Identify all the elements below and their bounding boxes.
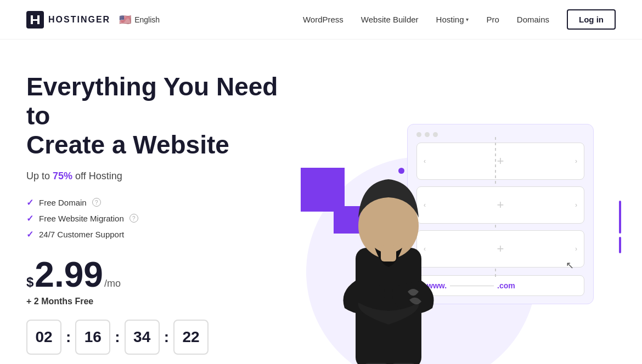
info-icon-2[interactable]: ? [129,214,138,223]
browser-dot-2 [425,132,430,137]
check-icon-2: ✓ [26,213,33,224]
svg-rect-4 [381,245,396,261]
countdown-ms: 22 [173,320,209,355]
login-button[interactable]: Log in [567,9,616,30]
seconds-value: 34 [133,328,150,346]
side-bar-2 [619,237,621,253]
nav-hosting-label: Hosting [436,15,464,24]
countdown-seconds: 34 [125,320,160,355]
cursor-icon: ↖ [566,259,574,271]
language-label: English [134,15,160,24]
check-icon-3: ✓ [26,229,33,240]
price-bonus: + 2 Months Free [26,297,290,306]
hero-section: Everything You Need to Create a Website … [0,39,642,364]
card2-plus: + [497,198,504,212]
logo[interactable]: HOSTINGER [26,11,110,29]
ms-value: 22 [182,328,199,346]
subtitle-suffix: off Hosting [72,170,122,181]
features-list: ✓ Free Domain ? ✓ Free Website Migration… [26,197,290,240]
browser-dot-3 [433,132,438,137]
nav-pro[interactable]: Pro [486,15,499,24]
card1-arrow-right: › [575,157,577,165]
nav-left: HOSTINGER 🇺🇸 English [26,11,160,29]
hero-content: Everything You Need to Create a Website … [26,72,290,364]
logo-icon [26,11,44,29]
info-icon-1[interactable]: ? [92,198,101,207]
countdown-timer: 02 : 16 : 34 : 22 [26,320,290,355]
subtitle-percent: 75% [53,170,72,181]
nav-wordpress[interactable]: WordPress [303,15,343,24]
countdown-minutes: 16 [75,320,110,355]
card3-arrow-right: › [575,245,577,253]
card3-plus: + [497,242,504,256]
language-selector[interactable]: 🇺🇸 English [119,14,160,26]
hero-title: Everything You Need to Create a Website [26,72,290,160]
person-svg [312,138,465,364]
countdown-sep-3: : [164,328,169,346]
side-bar-1 [619,201,621,234]
countdown-sep-1: : [66,328,71,346]
feature-support: ✓ 24/7 Customer Support [26,229,290,240]
nav-hosting[interactable]: Hosting ▾ [436,15,469,24]
price-block: $ 2.99 /mo [26,257,290,292]
nav-domains[interactable]: Domains [517,15,549,24]
price-mo: /mo [104,278,121,289]
feature-label-1: Free Domain [39,198,87,207]
card1-plus: + [497,154,504,168]
navbar: HOSTINGER 🇺🇸 English WordPress Website B… [0,0,642,39]
check-icon-1: ✓ [26,197,33,208]
countdown-hours: 02 [26,320,61,355]
feature-label-3: 24/7 Customer Support [39,230,124,239]
person-image [312,138,465,364]
browser-dot-1 [416,132,421,137]
feature-migration: ✓ Free Website Migration ? [26,213,290,224]
feature-free-domain: ✓ Free Domain ? [26,197,290,208]
hero-illustration: ‹ + › ‹ + › ‹ + › [290,102,616,364]
nav-right: WordPress Website Builder Hosting ▾ Pro … [303,9,616,30]
card2-arrow-right: › [575,201,577,209]
price-dollar: $ [26,275,33,290]
side-bars [619,201,621,253]
price-row: $ 2.99 /mo [26,257,290,292]
com-text: .com [497,281,515,290]
brand-name: HOSTINGER [48,15,110,25]
countdown-sep-2: : [115,328,120,346]
hero-subtitle: Up to 75% off Hosting [26,170,290,182]
hours-value: 02 [35,328,52,346]
price-amount: 2.99 [35,257,103,292]
subtitle-prefix: Up to [26,170,53,181]
minutes-value: 16 [85,328,102,346]
feature-label-2: Free Website Migration [39,214,124,223]
nav-website-builder[interactable]: Website Builder [361,15,419,24]
flag-icon: 🇺🇸 [119,14,131,26]
chevron-down-icon: ▾ [466,16,469,22]
